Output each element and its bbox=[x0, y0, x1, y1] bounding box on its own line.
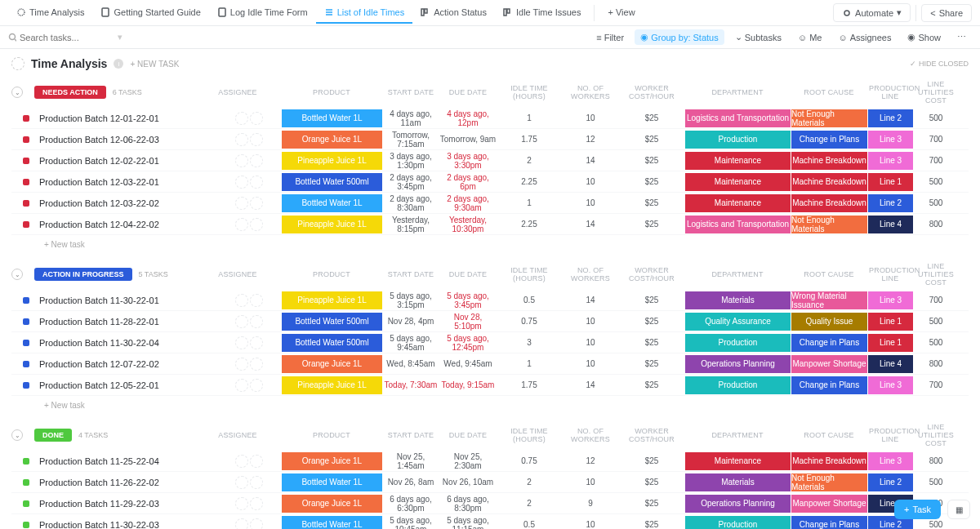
task-name[interactable]: Production Batch 11-25-22-04 bbox=[34, 456, 209, 466]
status-square[interactable] bbox=[23, 297, 29, 304]
line-chip[interactable]: Line 3 bbox=[867, 152, 913, 170]
department-chip[interactable]: Production bbox=[684, 516, 791, 530]
due-date[interactable]: Nov 26, 10am bbox=[439, 478, 497, 487]
task-name[interactable]: Production Batch 12-06-22-03 bbox=[34, 135, 209, 144]
rootcause-chip[interactable]: Machine Breakdown bbox=[791, 194, 867, 212]
line-chip[interactable]: Line 2 bbox=[867, 109, 913, 127]
rootcause-chip[interactable]: Change in Plans bbox=[791, 131, 867, 149]
task-row[interactable]: Production Batch 11-30-22-04 Bottled Wat… bbox=[11, 332, 969, 353]
task-row[interactable]: Production Batch 12-06-22-03 Orange Juic… bbox=[11, 129, 969, 150]
assignee-cell[interactable] bbox=[209, 379, 266, 392]
line-chip[interactable]: Line 1 bbox=[867, 313, 913, 331]
status-square[interactable] bbox=[23, 221, 29, 228]
task-name[interactable]: Production Batch 11-29-22-03 bbox=[34, 499, 209, 509]
status-pill[interactable]: NEEDS ACTION bbox=[34, 86, 106, 99]
chevron-down-icon[interactable]: ▾ bbox=[118, 32, 122, 42]
assignee-cell[interactable] bbox=[209, 518, 266, 530]
apps-fab[interactable]: ▦ bbox=[947, 500, 970, 519]
task-name[interactable]: Production Batch 11-28-22-01 bbox=[34, 317, 209, 327]
task-row[interactable]: Production Batch 12-05-22-01 Pineapple J… bbox=[11, 375, 969, 396]
start-date[interactable]: Nov 25, 1:45am bbox=[382, 452, 439, 470]
line-chip[interactable]: Line 4 bbox=[867, 355, 913, 373]
due-date[interactable]: 5 days ago, 11:15am bbox=[439, 516, 497, 530]
new-task-row[interactable]: + New task bbox=[11, 235, 969, 251]
rootcause-chip[interactable]: Manpower Shortage bbox=[791, 495, 867, 513]
assignee-cell[interactable] bbox=[209, 315, 266, 328]
status-square[interactable] bbox=[23, 458, 29, 465]
task-name[interactable]: Production Batch 12-07-22-02 bbox=[34, 359, 209, 369]
status-square[interactable] bbox=[23, 522, 29, 528]
product-chip[interactable]: Bottled Water 500ml bbox=[281, 334, 382, 352]
department-chip[interactable]: Materials bbox=[684, 291, 791, 309]
assignee-cell[interactable] bbox=[209, 336, 266, 349]
task-name[interactable]: Production Batch 12-01-22-01 bbox=[34, 113, 209, 123]
product-chip[interactable]: Pineapple Juice 1L bbox=[281, 152, 382, 170]
product-chip[interactable]: Orange Juice 1L bbox=[281, 452, 382, 470]
tab-action-status[interactable]: Action Status bbox=[412, 2, 495, 24]
rootcause-chip[interactable]: Manpower Shortage bbox=[791, 355, 867, 373]
tab-list-idle[interactable]: List of Idle Times bbox=[316, 2, 413, 24]
tab-getting-started[interactable]: Getting Started Guide bbox=[92, 2, 208, 24]
start-date[interactable]: 4 days ago, 11am bbox=[382, 109, 439, 127]
rootcause-chip[interactable]: Machine Breakdown bbox=[791, 152, 867, 170]
start-date[interactable]: Nov 28, 4pm bbox=[382, 317, 439, 326]
department-chip[interactable]: Maintenance bbox=[684, 152, 791, 170]
line-chip[interactable]: Line 2 bbox=[867, 194, 913, 212]
due-date[interactable]: Nov 25, 2:30am bbox=[439, 452, 497, 470]
due-date[interactable]: Yesterday, 10:30pm bbox=[439, 216, 497, 233]
rootcause-chip[interactable]: Not Enough Materials bbox=[791, 473, 867, 491]
due-date[interactable]: 2 days ago, 6pm bbox=[439, 173, 497, 191]
rootcause-chip[interactable]: Machine Breakdown bbox=[791, 452, 867, 470]
status-square[interactable] bbox=[23, 340, 29, 346]
status-square[interactable] bbox=[23, 179, 29, 185]
subtasks-button[interactable]: ⌄Subtasks bbox=[729, 29, 787, 45]
start-date[interactable]: 5 days ago, 9:45am bbox=[382, 334, 439, 352]
task-row[interactable]: Production Batch 11-30-22-03 Bottled Wat… bbox=[11, 514, 969, 529]
due-date[interactable]: Tomorrow, 9am bbox=[439, 135, 497, 144]
due-date[interactable]: Wed, 9:45am bbox=[439, 359, 497, 368]
task-name[interactable]: Production Batch 12-04-22-02 bbox=[34, 220, 209, 229]
rootcause-chip[interactable]: Change in Plans bbox=[791, 516, 867, 530]
status-pill[interactable]: ACTION IN PROGRESS bbox=[34, 268, 132, 281]
start-date[interactable]: Tomorrow, 7:15am bbox=[382, 131, 439, 149]
start-date[interactable]: Today, 7:30am bbox=[382, 380, 439, 389]
tab-title[interactable]: Time Analysis bbox=[8, 2, 92, 24]
task-row[interactable]: Production Batch 12-01-22-01 Bottled Wat… bbox=[11, 108, 969, 129]
assignee-cell[interactable] bbox=[209, 112, 266, 125]
collapse-toggle[interactable]: ⌄ bbox=[11, 429, 23, 441]
assignee-cell[interactable] bbox=[209, 497, 266, 510]
hide-closed-button[interactable]: ✓HIDE CLOSED bbox=[910, 60, 969, 68]
task-row[interactable]: Production Batch 11-29-22-03 Orange Juic… bbox=[11, 493, 969, 514]
line-chip[interactable]: Line 1 bbox=[867, 173, 913, 191]
task-name[interactable]: Production Batch 12-02-22-01 bbox=[34, 156, 209, 166]
assignee-cell[interactable] bbox=[209, 358, 266, 371]
tab-issues[interactable]: Idle Time Issues bbox=[495, 2, 589, 24]
line-chip[interactable]: Line 3 bbox=[867, 291, 913, 309]
start-date[interactable]: 3 days ago, 1:30pm bbox=[382, 152, 439, 170]
task-name[interactable]: Production Batch 11-30-22-01 bbox=[34, 296, 209, 305]
department-chip[interactable]: Operations Planning bbox=[684, 495, 791, 513]
status-square[interactable] bbox=[23, 115, 29, 122]
task-name[interactable]: Production Batch 11-30-22-03 bbox=[34, 520, 209, 530]
line-chip[interactable]: Line 3 bbox=[867, 131, 913, 149]
assignee-cell[interactable] bbox=[209, 476, 266, 489]
status-pill[interactable]: DONE bbox=[34, 429, 72, 442]
line-chip[interactable]: Line 2 bbox=[867, 473, 913, 491]
task-name[interactable]: Production Batch 12-03-22-02 bbox=[34, 198, 209, 208]
status-square[interactable] bbox=[23, 382, 29, 389]
assignee-cell[interactable] bbox=[209, 218, 266, 231]
department-chip[interactable]: Quality Assurance bbox=[684, 313, 791, 331]
task-name[interactable]: Production Batch 12-05-22-01 bbox=[34, 380, 209, 390]
product-chip[interactable]: Bottled Water 500ml bbox=[281, 313, 382, 331]
task-name[interactable]: Production Batch 11-26-22-02 bbox=[34, 478, 209, 487]
product-chip[interactable]: Pineapple Juice 1L bbox=[281, 376, 382, 394]
assignee-cell[interactable] bbox=[209, 294, 266, 307]
assignees-button[interactable]: ☺Assignees bbox=[832, 30, 897, 45]
department-chip[interactable]: Materials bbox=[684, 473, 791, 491]
rootcause-chip[interactable]: Change in Plans bbox=[791, 334, 867, 352]
collapse-toggle[interactable]: ⌄ bbox=[11, 87, 23, 98]
task-row[interactable]: Production Batch 11-25-22-04 Orange Juic… bbox=[11, 451, 969, 472]
status-square[interactable] bbox=[23, 136, 29, 143]
assignee-cell[interactable] bbox=[209, 133, 266, 146]
share-button[interactable]: < Share bbox=[921, 4, 972, 22]
